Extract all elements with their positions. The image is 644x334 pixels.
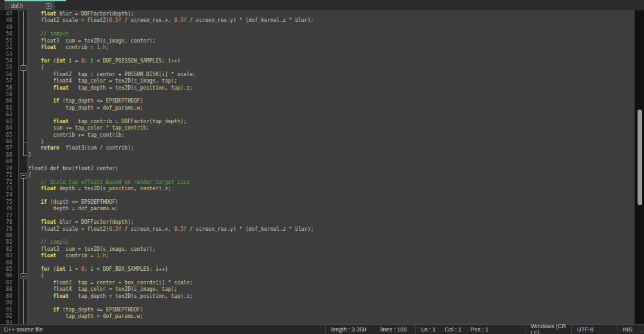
status-lines: lines : 100 [381,326,407,333]
vertical-scrollbar[interactable] [634,10,644,324]
fold-margin-cell [19,233,28,239]
code-line[interactable]: 62 [0,112,634,118]
fold-minus-box[interactable] [21,65,26,71]
code-line[interactable]: 68} [0,152,634,159]
status-ln: Ln : 1 [421,326,436,333]
code-line[interactable]: 90 [0,300,634,306]
fold-collapse-icon[interactable] [19,64,28,71]
line-number: 65 [0,132,19,139]
code-line[interactable]: 61 tap_depth = dof_params.w; [0,105,634,112]
code-lines[interactable]: 47 float blur = DOFFactor(depth);48 floa… [0,11,634,324]
code-token: float3 sum = tex2D(s_image, center); [28,246,155,252]
code-token: / screen_res.y) * (dof_kernel.z * blur); [187,17,314,23]
code-line[interactable]: 71{ [0,172,634,179]
fold-minus-box[interactable] [21,273,26,279]
code-line[interactable]: 78 float blur = DOFFactor(depth); [0,219,634,226]
code-token: blur = DOFFactor(depth); [56,11,133,17]
code-line[interactable]: 57 float4 tap_color = tex2D(s_image, tap… [0,78,634,84]
status-insert-mode[interactable]: INS [617,325,634,334]
line-number: 68 [0,152,19,159]
code-line[interactable]: 63 float tap_contrib = DOFFactor(tap_dep… [0,119,634,125]
code-token: float2 scale = float2( [28,17,109,23]
code-line[interactable]: 49 [0,25,634,31]
fold-margin-cell [19,260,28,266]
code-editor[interactable]: 47 float blur = DOFFactor(depth);48 floa… [0,10,644,324]
code-line[interactable]: 70float3 dof_box(float2 center) [0,166,634,172]
code-line[interactable]: 58 float tap_depth = tex2D(s_position, t… [0,85,634,92]
line-number: 57 [0,78,19,84]
code-token [28,119,53,124]
resize-grip[interactable] [634,325,644,334]
fold-margin-cell [19,17,28,24]
code-token: if [41,199,47,205]
code-line[interactable]: 81 // sample [0,239,634,246]
line-number: 72 [0,179,19,186]
code-line[interactable]: 50 // sample [0,31,634,37]
code-token: 0.5f [174,226,186,232]
code-line[interactable]: 56 float2 tap = center + POSSON_DISK[i] … [0,72,634,78]
line-number: 85 [0,266,19,273]
line-number: 77 [0,213,19,219]
code-line[interactable]: 69 [0,159,634,165]
status-eol-format[interactable]: Windows (CR LF) [525,325,571,334]
fold-margin-cell [19,300,28,306]
fold-minus-box[interactable] [21,173,26,179]
code-line[interactable]: 84 [0,260,634,266]
code-line[interactable]: 91 if (tap_depth <= EPSDEPTHDOF) [0,307,634,313]
status-encoding[interactable]: UTF-8 [571,325,617,334]
fold-margin-cell [19,219,28,226]
fold-margin-cell [19,25,28,31]
code-line[interactable]: 59 [0,92,634,98]
code-line[interactable]: 55 { [0,64,634,71]
code-line[interactable]: 60 if (tap_depth <= EPSDEPTHDOF) [0,98,634,104]
code-token [28,44,41,50]
code-line[interactable]: 92 tap_depth = dof_params.w; [0,313,634,320]
code-line[interactable]: 72 // Scale tap offsets based on render … [0,179,634,186]
code-line[interactable]: 48 float2 scale = float2(0.5f / screen_r… [0,17,634,24]
line-number: 61 [0,105,19,112]
code-line[interactable]: 64 sum += tap_color * tap_contrib; [0,125,634,132]
code-line[interactable]: 80 [0,233,634,239]
code-line[interactable]: 53 [0,52,634,58]
code-line[interactable]: 54 for (int i = 0; i < DOF_POISSON_SAMPL… [0,58,634,64]
code-line[interactable]: 82 float3 sum = tex2D(s_image, center); [0,246,634,253]
code-line[interactable]: 89 float tap_depth = tex2D(s_position, t… [0,293,634,300]
code-line[interactable]: 85 for (int i = 0; i < DOF_BOX_SAMPLES; … [0,266,634,273]
fold-collapse-icon[interactable] [19,273,28,279]
code-text: float contrib = 1.h; [28,44,634,51]
vertical-scrollbar-thumb[interactable] [638,110,642,205]
fold-margin-cell [19,72,28,78]
line-number: 80 [0,233,19,239]
code-line[interactable]: 77 [0,213,634,219]
code-token: float [53,119,69,124]
code-line[interactable]: 88 float4 tap_color = tex2D(s_image, tap… [0,286,634,293]
code-line[interactable]: 87 float2 tap = center + box_coords[i] *… [0,280,634,286]
code-line[interactable]: 86 { [0,273,634,279]
code-line[interactable]: 65 contrib += tap_contrib; [0,132,634,139]
code-text: { [28,64,634,71]
code-line[interactable]: 67 return float3(sum / contrib); [0,145,634,152]
code-text: tap_depth = dof_params.w; [28,313,634,320]
code-line[interactable]: 73 float depth = tex2D(s_position, cente… [0,186,634,192]
line-number: 67 [0,145,19,152]
code-line[interactable]: 52 float contrib = 1.h; [0,44,634,51]
code-line[interactable]: 66 } [0,139,634,145]
code-line[interactable]: 75 if (depth <= EPSDEPTHDOF) [0,199,634,206]
tab-dof-h[interactable]: dof.h × [5,0,55,10]
code-token: (tap_depth <= EPSDEPTHDOF) [59,307,143,313]
code-line[interactable]: 83 float contrib = 1.h; [0,253,634,259]
code-line[interactable]: 47 float blur = DOFFactor(depth); [0,11,634,17]
code-line[interactable]: 74 [0,192,634,199]
code-line[interactable]: 93 [0,320,634,324]
code-line[interactable]: 79 float2 scale = float2(0.5f / screen_r… [0,226,634,233]
code-line[interactable]: 51 float3 sum = tex2D(s_image, center); [0,38,634,44]
code-token [28,253,41,259]
fold-margin-cell [19,159,28,165]
line-number: 89 [0,293,19,300]
fold-margin-cell [19,239,28,246]
close-tab-icon[interactable]: × [46,3,52,9]
code-line[interactable]: 76 depth = dof_params.w; [0,206,634,212]
code-text [28,300,634,306]
fold-collapse-icon[interactable] [19,172,28,179]
line-number: 48 [0,17,19,24]
